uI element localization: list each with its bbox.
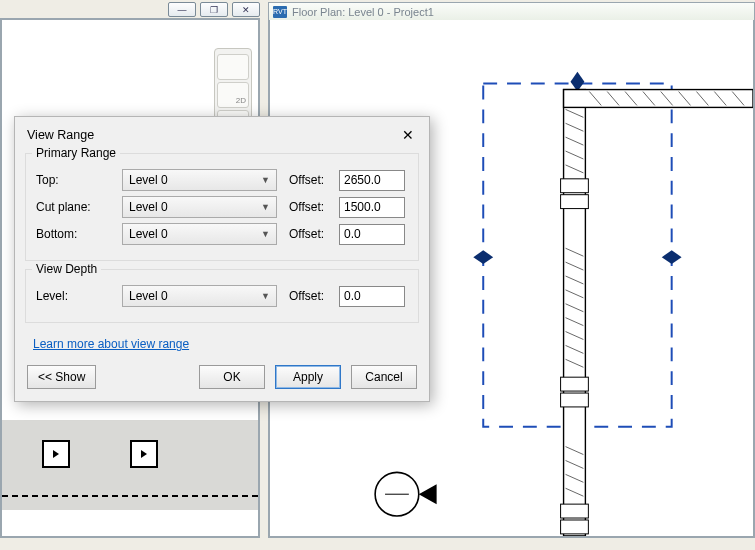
cut-offset-input[interactable] [339,197,405,218]
chevron-down-icon: ▼ [261,291,270,301]
view-depth-group: View Depth Level: Level 0 ▼ Offset: [25,269,419,323]
minimize-button[interactable]: — [168,2,196,17]
svg-rect-24 [561,504,589,518]
bottom-level-value: Level 0 [129,227,168,241]
bottom-offset-label: Offset: [285,227,331,241]
chevron-down-icon: ▼ [261,175,270,185]
wall-segment-horizontal[interactable] [564,90,753,108]
top-level-value: Level 0 [129,173,168,187]
primary-range-group: Primary Range Top: Level 0 ▼ Offset: Cut… [25,153,419,261]
view-depth-legend: View Depth [32,262,101,276]
svg-rect-21 [561,195,589,209]
primary-range-legend: Primary Range [32,146,120,160]
svg-rect-25 [561,520,589,534]
workspace: — ❐ ✕ 2D RVT Floor Plan: Level 0 - Proje… [0,0,755,550]
elevation-marker[interactable] [42,440,70,468]
depth-level-combo[interactable]: Level 0 ▼ [122,285,277,307]
learn-more-link[interactable]: Learn more about view range [33,337,189,351]
chevron-down-icon: ▼ [261,229,270,239]
dialog-title: View Range [27,128,94,142]
depth-level-value: Level 0 [129,289,168,303]
view-title: Floor Plan: Level 0 - Project1 [292,6,434,18]
right-window-titlebar[interactable]: RVT Floor Plan: Level 0 - Project1 [268,2,755,20]
svg-rect-20 [561,179,589,193]
left-window-controls: — ❐ ✕ [160,2,260,20]
elevation-marker[interactable] [130,440,158,468]
top-level-combo[interactable]: Level 0 ▼ [122,169,277,191]
chevron-down-icon: ▼ [261,202,270,212]
elevation-marker-circle[interactable] [375,472,436,516]
show-button[interactable]: << Show [27,365,96,389]
svg-rect-22 [561,377,589,391]
rvt-icon: RVT [273,6,287,18]
row-depth-level: Level: Level 0 ▼ Offset: [36,285,408,307]
cancel-button[interactable]: Cancel [351,365,417,389]
svg-rect-26 [564,90,753,108]
depth-level-label: Level: [36,289,114,303]
cut-offset-label: Offset: [285,200,331,214]
bottom-label: Bottom: [36,227,114,241]
close-window-button[interactable]: ✕ [232,2,260,17]
dialog-button-row: << Show OK Apply Cancel [15,361,429,401]
cut-level-value: Level 0 [129,200,168,214]
cut-label: Cut plane: [36,200,114,214]
bottom-offset-input[interactable] [339,224,405,245]
top-offset-input[interactable] [339,170,405,191]
row-cut: Cut plane: Level 0 ▼ Offset: [36,196,408,218]
2d-mode-icon[interactable]: 2D [217,82,249,108]
dialog-close-button[interactable]: ✕ [397,125,419,145]
row-top: Top: Level 0 ▼ Offset: [36,169,408,191]
svg-rect-0 [564,90,586,536]
row-bottom: Bottom: Level 0 ▼ Offset: [36,223,408,245]
bottom-level-combo[interactable]: Level 0 ▼ [122,223,277,245]
depth-offset-label: Offset: [285,289,331,303]
cut-level-combo[interactable]: Level 0 ▼ [122,196,277,218]
wall-segment-vertical[interactable] [561,90,589,536]
top-label: Top: [36,173,114,187]
dashed-line [2,495,258,497]
svg-rect-23 [561,393,589,407]
top-offset-label: Offset: [285,173,331,187]
maximize-button[interactable]: ❐ [200,2,228,17]
home-view-icon[interactable] [217,54,249,80]
apply-button[interactable]: Apply [275,365,341,389]
view-range-dialog: View Range ✕ Primary Range Top: Level 0 … [14,116,430,402]
ok-button[interactable]: OK [199,365,265,389]
depth-offset-input[interactable] [339,286,405,307]
